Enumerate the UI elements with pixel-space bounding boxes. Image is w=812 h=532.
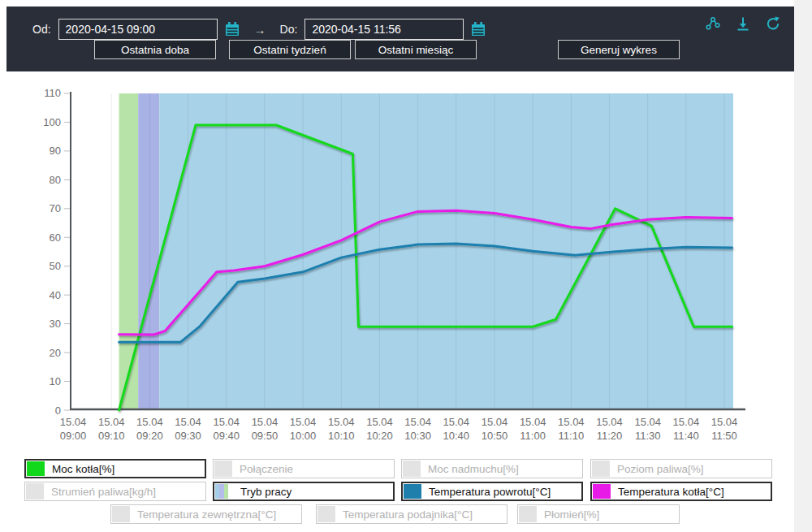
legend-swatch bbox=[593, 484, 611, 499]
calendar-icon[interactable] bbox=[224, 21, 240, 37]
mode-band bbox=[119, 93, 139, 409]
legend-label: Poziom paliwa[%] bbox=[610, 463, 704, 475]
y-axis-label: 30 bbox=[50, 318, 61, 330]
y-axis-label: 60 bbox=[50, 231, 61, 244]
x-axis-label: 15.0409:40 bbox=[213, 416, 240, 442]
y-axis-label: 100 bbox=[43, 116, 61, 128]
legend-item-strumien-paliwa-kg-h[interactable]: Strumień paliwa[kg/h] bbox=[24, 482, 206, 501]
legend-label: Strumień paliwa[kg/h] bbox=[44, 486, 156, 498]
legend-item-moc-nadmuchu[interactable]: Moc nadmuchu[%] bbox=[401, 459, 583, 478]
to-label: Do: bbox=[280, 23, 298, 36]
y-axis-label: 40 bbox=[50, 289, 61, 301]
toolbar: Od: → Do: bbox=[6, 6, 794, 71]
y-axis-label: 10 bbox=[50, 375, 61, 387]
legend-swatch bbox=[317, 506, 335, 522]
x-axis-label: 15.0409:50 bbox=[252, 416, 279, 442]
legend-swatch bbox=[519, 506, 537, 522]
scatter-chart-icon[interactable] bbox=[705, 15, 721, 32]
x-axis-label: 15.0409:20 bbox=[136, 416, 163, 442]
legend-swatch bbox=[215, 484, 233, 499]
from-date-input[interactable] bbox=[58, 19, 218, 40]
toolbar-icons bbox=[705, 15, 781, 32]
y-axis-label: 50 bbox=[50, 260, 61, 272]
mode-band bbox=[159, 93, 733, 409]
legend-item-tryb-pracy[interactable]: Tryb pracy bbox=[213, 482, 395, 501]
legend-label: Temperatura zewnętrzna[°C] bbox=[130, 508, 276, 521]
to-date-input[interactable] bbox=[304, 19, 464, 40]
from-label: Od: bbox=[32, 23, 51, 36]
x-axis-label: 15.0411:30 bbox=[634, 416, 661, 442]
x-axis-label: 15.0411:00 bbox=[520, 416, 546, 442]
x-axis-label: 15.0410:30 bbox=[404, 416, 431, 442]
legend-swatch bbox=[27, 461, 45, 476]
download-icon[interactable] bbox=[735, 15, 751, 32]
x-axis-label: 15.0411:50 bbox=[711, 416, 738, 442]
legend-label: Temperatura kotła[°C] bbox=[611, 486, 724, 498]
legend-label: Moc nadmuchu[%] bbox=[421, 463, 519, 475]
date-range-row: Od: → Do: bbox=[32, 18, 486, 41]
x-axis-label: 15.0410:40 bbox=[443, 416, 470, 442]
legend-item-polaczenie[interactable]: Połączenie bbox=[213, 459, 395, 478]
x-axis-label: 15.0411:20 bbox=[596, 416, 623, 442]
legend-item-temperatura-podajnika-c[interactable]: Temperatura podajnika[°C] bbox=[316, 504, 508, 524]
x-axis-label: 15.0410:20 bbox=[366, 416, 393, 442]
x-axis-label: 15.0410:10 bbox=[328, 416, 355, 442]
legend-label: Temperatura podajnika[°C] bbox=[335, 508, 473, 521]
range-arrow: → bbox=[254, 23, 266, 37]
legend-item-temperatura-zewnetrzna-c[interactable]: Temperatura zewnętrzna[°C] bbox=[110, 504, 302, 524]
page: 010203040506070809010011015.0409:0015.04… bbox=[0, 0, 812, 532]
legend-swatch bbox=[404, 484, 421, 499]
y-axis-label: 20 bbox=[50, 347, 61, 359]
legend-swatch bbox=[214, 461, 232, 477]
legend-label: Temperatura powrotu[°C] bbox=[421, 486, 551, 498]
chart-svg: 010203040506070809010011015.0409:0015.04… bbox=[0, 0, 812, 532]
legend-swatch bbox=[592, 461, 610, 477]
x-axis-label: 15.0411:10 bbox=[558, 416, 585, 442]
x-axis-label: 15.0409:00 bbox=[60, 416, 87, 442]
legend-item-poziom-paliwa[interactable]: Poziom paliwa[%] bbox=[590, 459, 772, 478]
page-background-strip bbox=[794, 0, 812, 532]
calendar-icon[interactable] bbox=[470, 21, 486, 37]
legend-label: Tryb pracy bbox=[233, 486, 292, 498]
x-axis-label: 15.0409:30 bbox=[175, 416, 201, 442]
y-axis-label: 0 bbox=[55, 404, 61, 417]
y-axis-label: 80 bbox=[50, 174, 61, 186]
x-axis-label: 15.0411:40 bbox=[673, 416, 700, 442]
y-axis-label: 70 bbox=[50, 202, 61, 214]
legend-swatch bbox=[403, 461, 421, 477]
legend-label: Połączenie bbox=[232, 463, 293, 475]
x-axis-label: 15.0410:50 bbox=[482, 416, 508, 442]
x-axis-label: 15.0410:00 bbox=[290, 416, 317, 442]
legend-item-temperatura-kotla-c[interactable]: Temperatura kotła[°C] bbox=[590, 482, 772, 501]
legend-label: Moc kotła[%] bbox=[45, 463, 114, 475]
x-axis-label: 15.0409:10 bbox=[98, 416, 125, 442]
last-day-button[interactable]: Ostatnia doba bbox=[94, 40, 216, 59]
legend-swatch bbox=[112, 506, 130, 522]
legend-label: Płomień[%] bbox=[537, 508, 599, 521]
legend-item-plomien[interactable]: Płomień[%] bbox=[517, 504, 680, 524]
mode-band bbox=[138, 93, 159, 409]
legend-swatch bbox=[26, 483, 44, 500]
last-month-button[interactable]: Ostatni miesiąc bbox=[355, 40, 477, 59]
y-axis-label: 90 bbox=[50, 145, 61, 157]
legend-item-temperatura-powrotu-c[interactable]: Temperatura powrotu[°C] bbox=[401, 482, 583, 501]
last-week-button[interactable]: Ostatni tydzień bbox=[229, 40, 351, 59]
generate-chart-button[interactable]: Generuj wykres bbox=[558, 40, 680, 59]
legend-item-moc-kotla[interactable]: Moc kotła[%] bbox=[24, 459, 206, 478]
refresh-icon[interactable] bbox=[765, 15, 781, 32]
y-axis-label: 110 bbox=[44, 87, 61, 99]
